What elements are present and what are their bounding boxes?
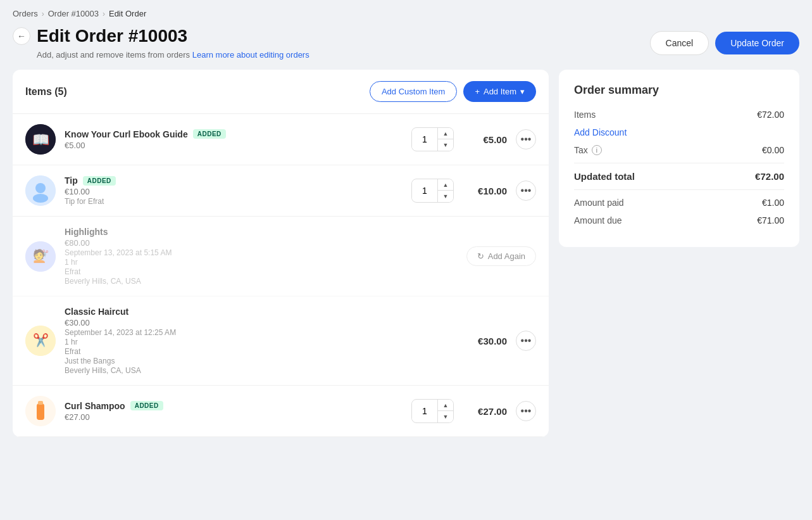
chevron-down-icon: ▾ bbox=[520, 87, 525, 96]
amount-due-value: €71.00 bbox=[757, 215, 784, 225]
items-panel: Items (5) Add Custom Item + Add Item ▾ 📖 bbox=[13, 70, 549, 437]
add-custom-item-button[interactable]: Add Custom Item bbox=[370, 81, 457, 102]
qty-control[interactable]: ▲ ▼ bbox=[411, 179, 454, 203]
item-duration: 1 hr bbox=[65, 338, 454, 346]
item-name: Highlights bbox=[65, 227, 108, 237]
badge-added: ADDED bbox=[83, 176, 116, 186]
item-row: 📖 Know Your Curl Ebook Guide ADDED €5.00… bbox=[13, 114, 549, 165]
breadcrumb-current: Edit Order bbox=[109, 9, 146, 18]
item-row: ✂️ Classic Haircut €30.00 September 14, … bbox=[13, 296, 549, 386]
item-name: Tip bbox=[65, 175, 78, 186]
item-row: Curl Shampoo ADDED €27.00 ▲ ▼ €27.00 ••• bbox=[13, 386, 549, 437]
item-price-sub: €5.00 bbox=[65, 141, 403, 150]
breadcrumb-sep-1: › bbox=[42, 10, 44, 18]
amount-paid-value: €1.00 bbox=[762, 198, 784, 208]
item-info: Classic Haircut €30.00 September 14, 202… bbox=[65, 307, 454, 375]
summary-row-items: Items €72.00 bbox=[574, 110, 784, 120]
item-more-button[interactable]: ••• bbox=[516, 401, 536, 421]
item-price-sub: €80.00 bbox=[65, 238, 458, 248]
amount-due-label: Amount due bbox=[574, 215, 622, 225]
item-info: Tip ADDED €10.00 Tip for Efrat bbox=[65, 175, 403, 206]
qty-control[interactable]: ▲ ▼ bbox=[411, 127, 454, 151]
add-again-label: Add Again bbox=[488, 251, 525, 261]
updated-total-value: €72.00 bbox=[755, 171, 784, 182]
qty-down-button[interactable]: ▼ bbox=[438, 191, 453, 202]
avatar: 📖 bbox=[25, 124, 56, 155]
tax-info-icon[interactable]: i bbox=[592, 145, 602, 155]
item-name-row: Tip ADDED bbox=[65, 175, 403, 186]
badge-added: ADDED bbox=[130, 401, 163, 410]
item-name: Know Your Curl Ebook Guide bbox=[65, 129, 188, 139]
add-item-button[interactable]: + Add Item ▾ bbox=[463, 81, 536, 102]
summary-divider bbox=[574, 189, 784, 190]
item-price-sub: €27.00 bbox=[65, 412, 403, 422]
svg-text:✂️: ✂️ bbox=[33, 333, 49, 348]
svg-rect-11 bbox=[38, 401, 43, 405]
add-again-button[interactable]: ↻ Add Again bbox=[466, 246, 536, 266]
avatar: ✂️ bbox=[25, 326, 56, 356]
item-total: €10.00 bbox=[463, 186, 507, 196]
item-row: 💇 Highlights €80.00 September 13, 2023 a… bbox=[13, 217, 549, 296]
back-button[interactable]: ← bbox=[13, 27, 30, 45]
order-summary-panel: Order summary Items €72.00 Add Discount … bbox=[559, 70, 799, 247]
item-price-sub: €10.00 bbox=[65, 187, 403, 196]
item-name-row: Highlights bbox=[65, 227, 458, 237]
items-header: Items (5) Add Custom Item + Add Item ▾ bbox=[13, 70, 549, 114]
summary-row-tax: Tax i €0.00 bbox=[574, 145, 784, 155]
updated-total-label: Updated total bbox=[574, 171, 635, 182]
item-more-button[interactable]: ••• bbox=[516, 331, 536, 351]
qty-arrows: ▲ ▼ bbox=[437, 128, 453, 151]
qty-down-button[interactable]: ▼ bbox=[438, 411, 453, 422]
update-order-button[interactable]: Update Order bbox=[715, 32, 799, 54]
page-title: Edit Order #10003 bbox=[37, 26, 187, 46]
add-discount-link[interactable]: Add Discount bbox=[574, 127, 627, 137]
header-actions: Cancel Update Order bbox=[650, 31, 799, 55]
svg-point-3 bbox=[35, 183, 46, 193]
item-name: Curl Shampoo bbox=[65, 401, 125, 411]
learn-more-link[interactable]: Learn more about editing orders bbox=[192, 50, 309, 60]
breadcrumb: Orders › Order #10003 › Edit Order bbox=[0, 0, 812, 23]
page-subtitle: Add, adjust and remove items from orders… bbox=[13, 50, 309, 60]
page-header: ← Edit Order #10003 Add, adjust and remo… bbox=[0, 23, 812, 70]
breadcrumb-orders[interactable]: Orders bbox=[13, 9, 38, 18]
item-total: €27.00 bbox=[463, 406, 507, 417]
svg-rect-10 bbox=[37, 403, 44, 420]
item-location: Beverly Hills, CA, USA bbox=[65, 366, 454, 375]
summary-row-amount-paid: Amount paid €1.00 bbox=[574, 198, 784, 208]
item-more-button[interactable]: ••• bbox=[516, 129, 536, 149]
header-left: ← Edit Order #10003 Add, adjust and remo… bbox=[13, 26, 309, 60]
qty-input[interactable] bbox=[412, 182, 437, 200]
item-name-row: Classic Haircut bbox=[65, 307, 454, 317]
summary-row-updated-total: Updated total €72.00 bbox=[574, 163, 784, 182]
qty-input[interactable] bbox=[412, 130, 437, 148]
breadcrumb-sep-2: › bbox=[103, 10, 105, 18]
items-value: €72.00 bbox=[757, 110, 784, 120]
main-layout: Items (5) Add Custom Item + Add Item ▾ 📖 bbox=[0, 70, 812, 450]
item-add-on: Just the Bangs bbox=[65, 357, 454, 365]
badge-added: ADDED bbox=[193, 129, 226, 139]
item-detail: Tip for Efrat bbox=[65, 197, 403, 206]
item-total: €30.00 bbox=[463, 336, 507, 346]
tax-value: €0.00 bbox=[762, 145, 784, 155]
qty-arrows: ▲ ▼ bbox=[437, 400, 453, 422]
item-total: €5.00 bbox=[463, 134, 507, 145]
breadcrumb-order-number[interactable]: Order #10003 bbox=[48, 9, 99, 18]
items-label: Items bbox=[574, 110, 596, 120]
qty-up-button[interactable]: ▲ bbox=[438, 400, 453, 411]
cancel-button[interactable]: Cancel bbox=[650, 31, 709, 55]
items-header-actions: Add Custom Item + Add Item ▾ bbox=[370, 81, 536, 102]
qty-down-button[interactable]: ▼ bbox=[438, 139, 453, 151]
item-info: Highlights €80.00 September 13, 2023 at … bbox=[65, 227, 458, 286]
avatar bbox=[25, 396, 56, 426]
qty-up-button[interactable]: ▲ bbox=[438, 128, 453, 139]
item-more-button[interactable]: ••• bbox=[516, 181, 536, 201]
item-info: Know Your Curl Ebook Guide ADDED €5.00 bbox=[65, 129, 403, 150]
qty-up-button[interactable]: ▲ bbox=[438, 179, 453, 191]
svg-text:💇: 💇 bbox=[33, 248, 49, 263]
tax-row: Tax i bbox=[574, 145, 602, 155]
qty-control[interactable]: ▲ ▼ bbox=[411, 399, 454, 423]
summary-row-amount-due: Amount due €71.00 bbox=[574, 215, 784, 225]
avatar bbox=[25, 175, 56, 206]
qty-input[interactable] bbox=[412, 402, 437, 420]
item-price-sub: €30.00 bbox=[65, 318, 454, 327]
